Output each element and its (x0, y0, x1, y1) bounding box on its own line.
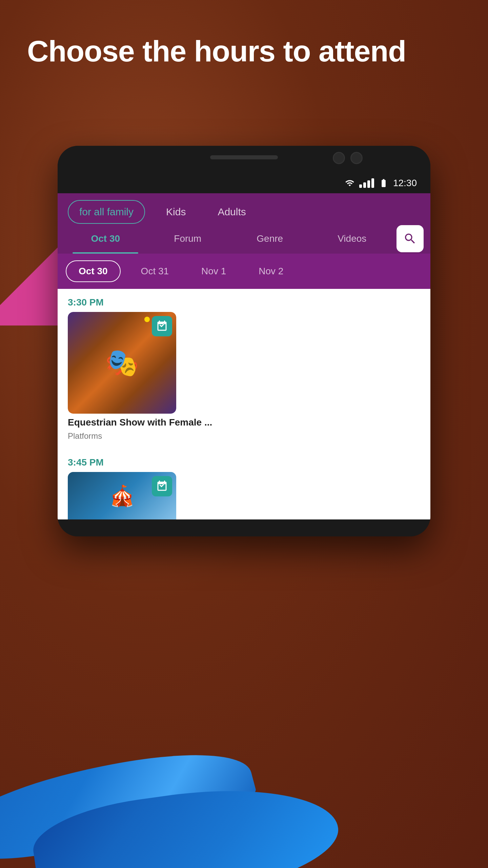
event-time-1: 3:30 PM (58, 289, 430, 312)
category-tab-family[interactable]: for all family (68, 200, 145, 224)
phone-device: 12:30 for all family Kids Adults Oct 30 … (58, 146, 430, 536)
calendar-check-icon-2 (156, 480, 168, 492)
main-nav-tabs: Oct 30 Forum Genre Videos (58, 224, 430, 254)
event-time-2: 3:45 PM (58, 449, 430, 472)
category-tab-adults[interactable]: Adults (207, 201, 257, 223)
category-tab-kids[interactable]: Kids (155, 201, 197, 223)
battery-icon (378, 178, 389, 188)
search-button[interactable] (396, 225, 424, 252)
date-tab-oct30[interactable]: Oct 30 (66, 260, 121, 282)
event-card-1: Equestrian Show with Female ... Platform… (58, 312, 430, 449)
yellow-dot-indicator (144, 317, 150, 322)
event-image-2 (68, 472, 176, 519)
status-bar: 12:30 (58, 173, 430, 193)
date-tab-nov1[interactable]: Nov 1 (189, 261, 238, 281)
calendar-check-icon (156, 320, 168, 332)
phone-camera-1 (333, 152, 345, 164)
event-title-1[interactable]: Equestrian Show with Female ... (68, 417, 420, 428)
tab-videos[interactable]: Videos (311, 224, 393, 254)
date-tabs-bar: Oct 30 Oct 31 Nov 1 Nov 2 (58, 254, 430, 289)
event-card-2 (58, 472, 430, 519)
phone-cameras (333, 152, 363, 164)
status-icons: 12:30 (344, 178, 417, 189)
events-list: 3:30 PM Equestrian Show with Fem (58, 289, 430, 519)
calendar-badge-2[interactable] (152, 476, 172, 496)
tab-genre[interactable]: Genre (229, 224, 311, 254)
tab-oct30[interactable]: Oct 30 (64, 224, 147, 254)
tab-forum[interactable]: Forum (147, 224, 229, 254)
phone-speaker (210, 155, 278, 159)
search-icon (403, 232, 417, 245)
wifi-icon (344, 178, 355, 188)
category-tabs-bar: for all family Kids Adults (58, 193, 430, 224)
signal-bars-icon (359, 178, 374, 188)
date-tab-nov2[interactable]: Nov 2 (246, 261, 296, 281)
event-image-container-1 (68, 312, 176, 414)
phone-mockup: 12:30 for all family Kids Adults Oct 30 … (34, 146, 454, 536)
calendar-badge-1[interactable] (152, 316, 172, 336)
event-subtitle-1: Platforms (68, 431, 420, 441)
status-time: 12:30 (393, 178, 417, 189)
phone-camera-2 (350, 152, 363, 164)
app-screen: for all family Kids Adults Oct 30 Forum … (58, 193, 430, 519)
page-heading: Choose the hours to attend (27, 34, 461, 68)
phone-bottom-bezel (58, 519, 430, 536)
date-tab-oct31[interactable]: Oct 31 (129, 261, 181, 281)
phone-top-bezel (58, 146, 430, 173)
blue-ribbon-decoration (0, 665, 488, 868)
